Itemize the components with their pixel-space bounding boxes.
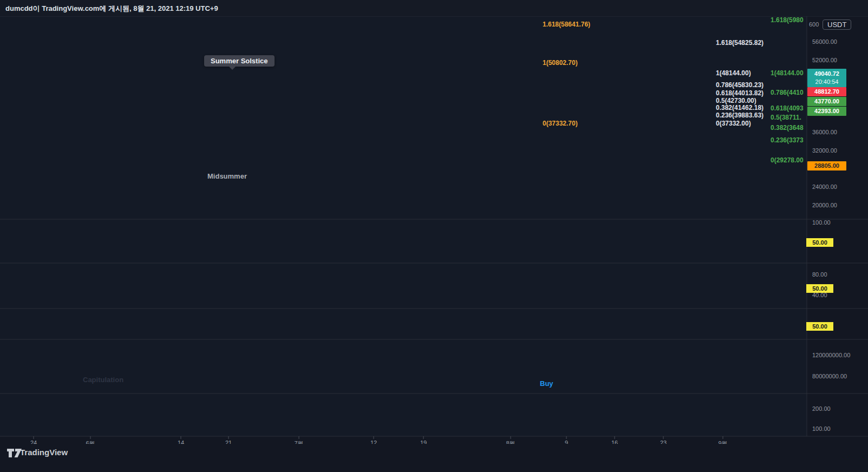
footer-bar: TradingView — [0, 444, 868, 472]
price-axis-label: 52000.00 — [812, 57, 837, 63]
indicator-axis-label: 100.00 — [812, 219, 831, 226]
price-badge: 48812.70 — [807, 87, 846, 96]
tradingview-snapshot: dumcdd이 TradingView.com에 게시됨, 8월 21, 202… — [0, 0, 868, 472]
price-badge: 49040.7220:40:54 — [807, 69, 846, 87]
usdt-unit-badge[interactable]: USDT — [823, 19, 851, 30]
price-axis-label: 56000.00 — [812, 38, 837, 45]
price-axis-label: 24000.00 — [812, 183, 837, 190]
tradingview-brand-text[interactable]: TradingView — [20, 448, 68, 457]
price-badge: 43770.00 — [807, 97, 846, 106]
price-badge: 28805.00 — [807, 161, 846, 171]
price-axis-label: 20000.00 — [812, 202, 837, 208]
indicator-axis-label: 80.00 — [812, 271, 827, 278]
indicator-value-badge: 50.00 — [806, 322, 833, 331]
indicator-value-badge: 50.00 — [806, 238, 833, 247]
price-badge: 42393.00 — [807, 107, 846, 116]
price-axis-label: 36000.00 — [812, 129, 837, 135]
indicator-axis-label: 80000000.00 — [812, 373, 847, 379]
price-axis-top-label: 600 — [809, 21, 819, 28]
price-axis[interactable]: 600 USDT 56000.0052000.0036000.0032000.0… — [0, 0, 868, 444]
indicator-value-badge: 50.00 — [806, 284, 833, 293]
indicator-axis-label: 100.00 — [812, 425, 831, 432]
price-axis-label: 32000.00 — [812, 147, 837, 154]
indicator-axis-label: 120000000.00 — [812, 352, 850, 358]
indicator-axis-label: 200.00 — [812, 405, 831, 412]
